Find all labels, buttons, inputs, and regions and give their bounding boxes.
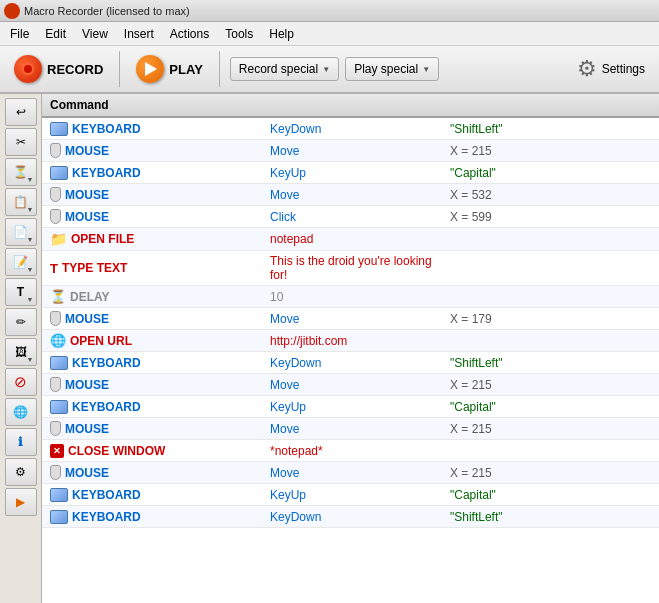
val-text: X = 179 [450,312,492,326]
act-text: KeyUp [270,400,306,414]
val-text: "ShiftLeft" [450,122,503,136]
keyboard-icon [50,510,68,524]
menu-tools[interactable]: Tools [217,24,261,44]
table-row[interactable]: KEYBOARD KeyDown "ShiftLeft" [42,118,659,140]
undo-btn[interactable]: ↩ [5,98,37,126]
cmd-text: KEYBOARD [72,356,141,370]
play-special-button[interactable]: Play special ▼ [345,57,439,81]
table-row[interactable]: KEYBOARD KeyUp "Capital" [42,396,659,418]
settings-label: Settings [602,62,645,76]
cmd-text: KEYBOARD [72,122,141,136]
act-text: KeyDown [270,356,321,370]
menu-insert[interactable]: Insert [116,24,162,44]
cmd-text: MOUSE [65,312,109,326]
main-area: ↩ ✂ ⏳▼ 📋▼ 📄▼ 📝▼ T▼ ✏ 🖼▼ ⊘ 🌐 ℹ ⚙ ▶ Comman… [0,94,659,603]
table-row[interactable]: MOUSE Move X = 215 [42,418,659,440]
settings-btn2[interactable]: ⚙ [5,458,37,486]
menu-file[interactable]: File [2,24,37,44]
play-circle-icon [136,55,164,83]
act-text: KeyDown [270,122,321,136]
menu-actions[interactable]: Actions [162,24,217,44]
cmd-text: MOUSE [65,210,109,224]
stop-btn[interactable]: ⊘ [5,368,37,396]
val-text: X = 215 [450,378,492,392]
cmd-text: KEYBOARD [72,488,141,502]
cmd-text: MOUSE [65,422,109,436]
close-icon: ✕ [50,444,64,458]
cmd-text: TYPE TEXT [62,261,127,275]
cmd-text: MOUSE [65,144,109,158]
delay-btn[interactable]: ⏳▼ [5,158,37,186]
image-btn[interactable]: 🖼▼ [5,338,37,366]
play-btn2[interactable]: ▶ [5,488,37,516]
table-row[interactable]: 🌐 OPEN URL http://jitbit.com [42,330,659,352]
play-special-label: Play special [354,62,418,76]
keyboard-icon [50,488,68,502]
table-row[interactable]: ⏳ DELAY 10 [42,286,659,308]
keyboard-icon [50,166,68,180]
record-special-chevron: ▼ [322,65,330,74]
delay-icon: ⏳ [50,289,66,304]
text-icon: T [50,261,58,276]
toolbar-separator-1 [119,51,120,87]
cut-btn[interactable]: ✂ [5,128,37,156]
val-text: X = 532 [450,188,492,202]
cmd-text: KEYBOARD [72,400,141,414]
title-bar: Macro Recorder (licensed to max) [0,0,659,22]
info-btn[interactable]: ℹ [5,428,37,456]
table-row[interactable]: 📁 OPEN FILE notepad [42,228,659,251]
menu-view[interactable]: View [74,24,116,44]
table-row[interactable]: KEYBOARD KeyDown "ShiftLeft" [42,352,659,374]
cmd-text: KEYBOARD [72,166,141,180]
url-btn2[interactable]: 🌐 [5,398,37,426]
copy-btn[interactable]: 📄▼ [5,218,37,246]
table-row[interactable]: T TYPE TEXT This is the droid you're loo… [42,251,659,286]
keyboard-icon [50,356,68,370]
app-icon [4,3,20,19]
val-text: X = 215 [450,144,492,158]
record-special-button[interactable]: Record special ▼ [230,57,339,81]
val-text: "Capital" [450,400,496,414]
cmd-text: MOUSE [65,466,109,480]
settings-button[interactable]: ⚙ Settings [571,52,651,86]
image-arrow: ▼ [27,356,34,363]
toolbar-separator-2 [219,51,220,87]
table-row[interactable]: MOUSE Move X = 532 [42,184,659,206]
cmd-text: MOUSE [65,188,109,202]
table-row[interactable]: MOUSE Click X = 599 [42,206,659,228]
table-row[interactable]: KEYBOARD KeyUp "Capital" [42,484,659,506]
mouse-icon [50,377,61,392]
record-dot-icon [22,63,34,75]
keyboard-icon [50,400,68,414]
gear-icon: ⚙ [577,56,597,82]
table-row[interactable]: MOUSE Move X = 179 [42,308,659,330]
menu-edit[interactable]: Edit [37,24,74,44]
text-btn[interactable]: T▼ [5,278,37,306]
table-row[interactable]: MOUSE Move X = 215 [42,462,659,484]
act-text: *notepad* [270,444,323,458]
record-label: RECORD [47,62,103,77]
file-icon: 📁 [50,231,67,247]
paste-btn[interactable]: 📋▼ [5,188,37,216]
pencil-btn[interactable]: ✏ [5,308,37,336]
mouse-icon [50,187,61,202]
menu-help[interactable]: Help [261,24,302,44]
record-button[interactable]: RECORD [8,51,109,87]
edit-btn[interactable]: 📝▼ [5,248,37,276]
play-button[interactable]: PLAY [130,51,208,87]
val-text: "Capital" [450,488,496,502]
table-row[interactable]: ✕ CLOSE WINDOW *notepad* [42,440,659,462]
play-label: PLAY [169,62,202,77]
table-row[interactable]: MOUSE Move X = 215 [42,374,659,396]
text-arrow: ▼ [27,296,34,303]
table-row[interactable]: KEYBOARD KeyDown "ShiftLeft" [42,506,659,528]
toolbar: RECORD PLAY Record special ▼ Play specia… [0,46,659,94]
table-row[interactable]: KEYBOARD KeyUp "Capital" [42,162,659,184]
cmd-text: DELAY [70,290,110,304]
table-row[interactable]: MOUSE Move X = 215 [42,140,659,162]
cmd-text: OPEN FILE [71,232,134,246]
copy-arrow: ▼ [27,236,34,243]
cmd-text: CLOSE WINDOW [68,444,165,458]
act-text: 10 [270,290,283,304]
act-text: Move [270,312,299,326]
